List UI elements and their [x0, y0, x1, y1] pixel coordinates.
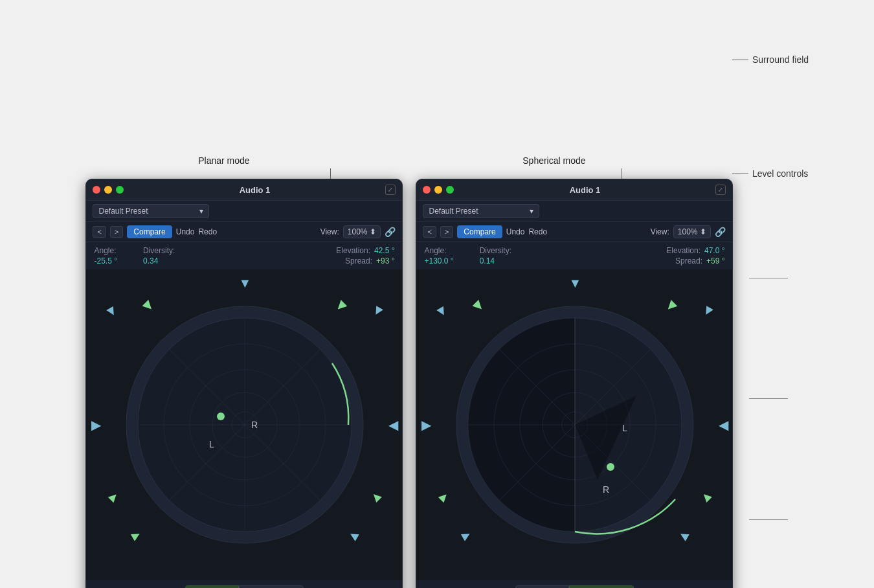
panel-spherical: Audio 1 ⤢ Default Preset ▾ < > Compare U…: [416, 179, 733, 588]
planar-mode-label: Planar mode: [198, 155, 249, 166]
maximize-button-left[interactable]: [116, 186, 124, 194]
speaker-top-left: ▼: [239, 276, 252, 291]
radar-right[interactable]: R L: [455, 305, 695, 545]
params-left: Angle: -25.5 ° Diversity: 0.34 Elevation…: [86, 242, 402, 269]
redo-btn-left[interactable]: Redo: [198, 227, 217, 236]
minimize-button-right[interactable]: [434, 186, 442, 194]
redo-btn-right[interactable]: Redo: [528, 227, 547, 236]
speaker-botleft-right: ▶: [436, 490, 451, 504]
link-icon-right[interactable]: 🔗: [715, 227, 726, 237]
speaker-botright-right: ◀: [700, 490, 715, 504]
planar-btn-left[interactable]: Planar: [185, 585, 240, 588]
speaker-left-right: ▶: [421, 417, 431, 433]
panels-row: Audio 1 ⤢ Default Preset ▾ < > Compare U…: [85, 179, 788, 588]
mode-buttons-left: Planar Spherical: [86, 585, 402, 588]
svg-point-10: [217, 413, 225, 420]
speaker-top-right: ▼: [569, 276, 582, 291]
svg-text:L: L: [209, 439, 214, 449]
speaker-left-left: ▶: [91, 417, 101, 433]
compare-btn-right[interactable]: Compare: [457, 225, 502, 238]
toolbar-left: Default Preset ▾: [86, 201, 402, 222]
nav-back-right[interactable]: <: [423, 226, 436, 238]
titlebar-left: Audio 1 ⤢: [86, 179, 402, 201]
speaker-fartopright-right: ◀: [700, 305, 714, 318]
compare-btn-left[interactable]: Compare: [127, 225, 172, 238]
radar-svg-right: R L: [455, 305, 695, 545]
toolbar2-left: < > Compare Undo Redo View: 100% ⬍ 🔗: [86, 222, 402, 242]
minimize-button-left[interactable]: [104, 186, 112, 194]
panel-planar: Audio 1 ⤢ Default Preset ▾ < > Compare U…: [85, 179, 403, 588]
speaker-fartopleft-right: ▶: [436, 305, 450, 318]
toolbar-right: Default Preset ▾: [416, 201, 732, 222]
view-stepper-right[interactable]: 100% ⬍: [673, 225, 712, 238]
spherical-mode-label: Spherical mode: [522, 155, 585, 166]
speaker-fartopleft-left: ▶: [106, 305, 120, 318]
close-button-left[interactable]: [93, 186, 100, 194]
preset-dropdown-right[interactable]: Default Preset ▾: [423, 204, 539, 218]
speaker-fartopright-left: ◀: [370, 305, 384, 318]
svg-text:L: L: [622, 423, 627, 433]
spherical-btn-right[interactable]: Spherical: [569, 585, 634, 588]
link-icon-left[interactable]: 🔗: [385, 227, 396, 237]
view-control-left: View: 100% ⬍ 🔗: [320, 225, 396, 238]
nav-back-left[interactable]: <: [93, 226, 106, 238]
preset-dropdown-left[interactable]: Default Preset ▾: [93, 204, 209, 218]
speaker-right-right: ◀: [719, 417, 728, 433]
speaker-botleft-left: ▶: [106, 490, 120, 504]
panel-title-left: Audio 1: [128, 185, 381, 195]
surround-field-annotation: Surround field: [732, 54, 809, 65]
planar-btn-right[interactable]: Planar: [515, 585, 570, 588]
panel-title-right: Audio 1: [458, 185, 712, 195]
nav-forward-left[interactable]: >: [110, 226, 123, 238]
speaker-right-left: ◀: [388, 417, 398, 433]
main-container: Planar mode Spherical mode Puck position: [52, 0, 822, 588]
spherical-btn-left[interactable]: Spherical: [239, 585, 304, 588]
view-control-right: View: 100% ⬍ 🔗: [651, 225, 726, 238]
svg-text:R: R: [603, 484, 609, 495]
radar-left[interactable]: R L: [125, 305, 364, 545]
speaker-botright-left: ◀: [370, 490, 385, 504]
surround-field-right[interactable]: ▼ ▶ ◀ ▶ ◀ ▶ ◀ ▶ ◀ ▶ ◀: [416, 269, 733, 580]
toolbar2-right: < > Compare Undo Redo View: 100% ⬍ 🔗: [416, 222, 732, 242]
undo-btn-left[interactable]: Undo: [176, 227, 195, 236]
mode-buttons-right: Planar Spherical: [416, 585, 732, 588]
svg-text:R: R: [251, 420, 258, 430]
params-right: Angle: +130.0 ° Diversity: 0.14 Elevatio…: [416, 242, 732, 269]
titlebar-right: Audio 1 ⤢: [416, 179, 732, 201]
expand-btn-right[interactable]: ⤢: [715, 185, 726, 195]
surround-field-left[interactable]: ▼ ▶ ◀ ▶ ◀ ▶ ◀ ▶ ◀: [86, 269, 403, 580]
radar-svg-left: R L: [125, 305, 364, 545]
nav-forward-right[interactable]: >: [440, 226, 453, 238]
view-stepper-left[interactable]: 100% ⬍: [343, 225, 381, 238]
level-controls-annotation: Level controls: [732, 168, 809, 179]
maximize-button-right[interactable]: [446, 186, 454, 194]
close-button-right[interactable]: [423, 186, 431, 194]
undo-btn-right[interactable]: Undo: [506, 227, 525, 236]
annotation-lines: [749, 179, 788, 588]
svg-point-24: [607, 463, 614, 471]
expand-btn-left[interactable]: ⤢: [385, 185, 396, 195]
